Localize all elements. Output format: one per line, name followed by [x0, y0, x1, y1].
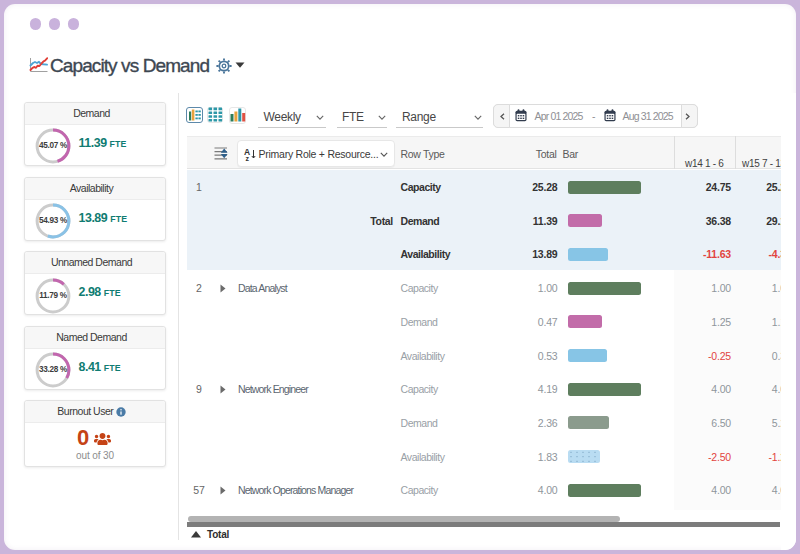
svg-text:z: z — [246, 154, 250, 161]
